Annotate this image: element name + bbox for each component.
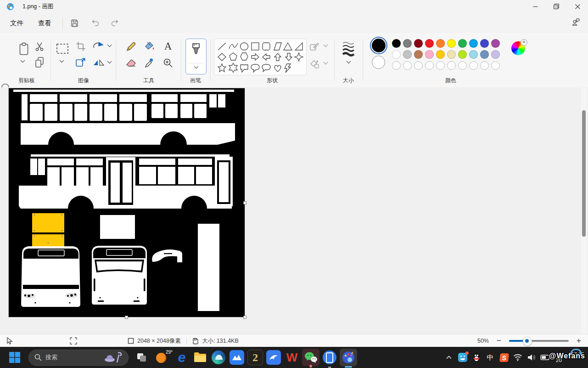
chevron-down-icon[interactable] — [194, 66, 199, 69]
rotate-dropdown[interactable] — [107, 44, 112, 47]
widgets-weather-button[interactable]: 29° — [151, 348, 173, 367]
shape-fill-dropdown[interactable] — [323, 62, 328, 65]
palette-color-swatch[interactable] — [491, 50, 500, 59]
taskbar-app-xunlei[interactable] — [264, 348, 283, 367]
canvas-resize-handle-bottom[interactable] — [125, 316, 128, 319]
palette-color-swatch[interactable] — [436, 50, 445, 59]
start-button[interactable] — [6, 348, 24, 367]
palette-color-swatch[interactable] — [491, 39, 500, 48]
select-button[interactable] — [54, 41, 71, 56]
select-dropdown[interactable] — [59, 60, 64, 63]
undo-button[interactable] — [88, 16, 103, 30]
flip-dropdown[interactable] — [107, 61, 112, 64]
zoom-slider-thumb[interactable] — [523, 337, 532, 346]
shape-outline-dropdown[interactable] — [323, 44, 328, 47]
palette-color-swatch[interactable] — [392, 50, 401, 59]
zoom-out-button[interactable]: − — [495, 336, 503, 345]
cut-button[interactable] — [32, 40, 47, 53]
minimize-button[interactable] — [525, 0, 546, 13]
palette-empty-slot[interactable] — [447, 61, 456, 70]
palette-color-swatch[interactable] — [425, 39, 434, 48]
zoom-slider[interactable] — [509, 340, 569, 342]
palette-color-swatch[interactable] — [480, 39, 489, 48]
color-picker-tool[interactable] — [142, 56, 157, 70]
copy-button[interactable] — [32, 55, 47, 70]
size-dropdown[interactable] — [346, 61, 351, 64]
palette-empty-slot[interactable] — [392, 61, 401, 70]
palette-color-swatch[interactable] — [414, 39, 423, 48]
canvas-resize-handle-corner[interactable] — [243, 316, 246, 319]
edit-colors-button[interactable]: + — [511, 41, 525, 55]
palette-empty-slot[interactable] — [436, 61, 445, 70]
rotate-button[interactable] — [92, 40, 106, 53]
palette-empty-slot[interactable] — [480, 61, 489, 70]
taskbar-app-game2[interactable]: 2 — [246, 348, 264, 367]
palette-color-swatch[interactable] — [414, 50, 423, 59]
eraser-tool[interactable] — [124, 56, 139, 70]
flip-button[interactable] — [92, 56, 106, 70]
tray-wifi[interactable] — [512, 351, 524, 364]
tray-sogou[interactable]: S — [498, 351, 510, 364]
palette-color-swatch[interactable] — [447, 39, 456, 48]
palette-color-swatch[interactable] — [458, 39, 467, 48]
palette-empty-slot[interactable] — [414, 61, 423, 70]
taskbar-app-file-explorer[interactable] — [191, 348, 209, 367]
magnifier-tool[interactable] — [161, 56, 175, 70]
paste-button[interactable] — [16, 40, 32, 58]
vertical-scrollbar-thumb[interactable] — [582, 110, 586, 237]
color2-swatch[interactable] — [372, 56, 385, 69]
palette-color-swatch[interactable] — [480, 50, 489, 59]
vertical-scrollbar[interactable] — [581, 87, 587, 334]
tray-expand-button[interactable] — [443, 351, 455, 364]
shape-outline-button[interactable] — [308, 40, 320, 52]
tray-app-badge[interactable] — [457, 351, 469, 364]
palette-empty-slot[interactable] — [491, 61, 500, 70]
taskbar-app-edge[interactable] — [209, 348, 228, 367]
taskbar-app-wechat[interactable] — [302, 349, 319, 366]
close-button[interactable] — [567, 0, 588, 13]
zoom-in-button[interactable]: + — [575, 336, 582, 345]
palette-color-swatch[interactable] — [436, 39, 445, 48]
color1-swatch-selected[interactable] — [371, 38, 386, 53]
taskbar-app-phone-link[interactable] — [320, 348, 339, 367]
restore-button[interactable] — [546, 0, 567, 13]
palette-color-swatch[interactable] — [425, 50, 434, 59]
tray-volume[interactable] — [526, 351, 538, 364]
shapes-gallery[interactable] — [214, 39, 307, 75]
tray-ime-indicator[interactable]: 中 — [484, 351, 496, 364]
save-button[interactable] — [67, 16, 82, 30]
taskbar-app-mountain[interactable] — [228, 348, 246, 367]
taskbar-app-paint-active[interactable] — [340, 349, 357, 366]
canvas-resize-handle-right[interactable] — [243, 201, 246, 204]
task-view-button[interactable] — [132, 348, 151, 367]
text-tool[interactable]: A — [161, 40, 175, 53]
palette-color-swatch[interactable] — [447, 50, 456, 59]
taskbar-app-wps[interactable]: W — [283, 348, 301, 367]
paste-dropdown[interactable] — [20, 60, 25, 63]
tray-qq[interactable] — [470, 351, 482, 364]
taskbar-app-2345-browser[interactable]: e — [173, 348, 191, 367]
palette-color-swatch[interactable] — [469, 50, 478, 59]
palette-color-swatch[interactable] — [469, 39, 478, 48]
palette-empty-slot[interactable] — [403, 61, 412, 70]
search-box[interactable]: 搜索 — [28, 350, 129, 366]
fill-tool[interactable] — [142, 40, 157, 53]
size-button[interactable] — [340, 40, 357, 58]
redo-button[interactable] — [107, 16, 123, 30]
palette-color-swatch[interactable] — [403, 39, 412, 48]
palette-color-swatch[interactable] — [458, 50, 467, 59]
brush-button-selected[interactable] — [185, 39, 207, 74]
palette-color-swatch[interactable] — [392, 39, 401, 48]
menu-file[interactable]: 文件 — [3, 16, 31, 30]
palette-empty-slot[interactable] — [458, 61, 467, 70]
palette-empty-slot[interactable] — [425, 61, 434, 70]
canvas-bus-texture[interactable] — [9, 88, 245, 317]
feedback-button[interactable] — [568, 15, 583, 29]
pencil-tool[interactable] — [124, 40, 139, 53]
crop-button[interactable] — [73, 40, 88, 53]
resize-button[interactable] — [73, 55, 88, 70]
shape-fill-button[interactable] — [308, 58, 320, 70]
menu-view[interactable]: 查看 — [31, 16, 59, 30]
palette-color-swatch[interactable] — [403, 50, 412, 59]
palette-empty-slot[interactable] — [469, 61, 478, 70]
